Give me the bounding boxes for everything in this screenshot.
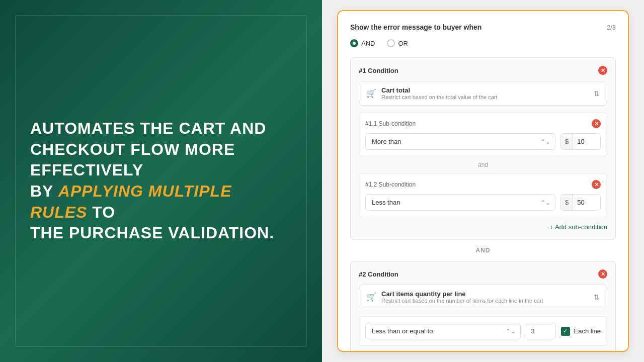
add-sub-condition-wrapper: + Add sub-condition [359,222,607,231]
cart-icon-1: 🛒 [366,88,376,98]
condition-1-type-name: Cart total [381,86,589,94]
sub-condition-1-1-close-button[interactable]: ✕ [592,119,601,128]
sub-condition-1-1-header: #1.1 Sub-condition ✕ [365,119,601,128]
sub-condition-2-1-operator-wrapper: More than Less than Equal to Less than o… [365,323,521,339]
sub-condition-1-1-value-wrapper: $ [560,133,601,150]
condition-2-type-text: Cart items quantity per line Restrict ca… [381,290,589,304]
sub-condition-2-1-row: More than Less than Equal to Less than o… [365,323,601,339]
condition-1-title: #1 Condition [359,67,398,74]
condition-2-close-button[interactable]: ✕ [598,269,607,279]
and-radio[interactable] [350,39,358,47]
sub-condition-2-1-value-input[interactable] [526,323,556,339]
hero-line1: AUTOMATES THE CART AND [30,119,266,137]
condition-2-header: #2 Condition ✕ [359,269,607,279]
hero-text: AUTOMATES THE CART AND CHECKOUT FLOW MOR… [30,118,292,244]
condition-1-chevron-icon: ⇅ [594,89,600,98]
and-label: AND [361,40,375,47]
condition-2-type-name: Cart items quantity per line [381,290,589,298]
condition-1-type-selector[interactable]: 🛒 Cart total Restrict cart based on the … [359,81,607,106]
logic-radio-group: AND OR [350,39,616,47]
condition-2-title: #2 Condition [359,270,398,278]
right-panel: Show the error message to buyer when 2/3… [322,0,644,362]
condition-2-block: #2 Condition ✕ 🛒 Cart items quantity per… [350,261,616,352]
currency-symbol-1-2: $ [561,195,573,210]
sub-condition-2-1-block: More than Less than Equal to Less than o… [359,316,607,346]
sub-condition-1-1-operator-wrapper: More than Less than Equal to Less than o… [365,133,555,150]
condition-1-close-button[interactable]: ✕ [598,66,607,75]
card: Show the error message to buyer when 2/3… [337,10,629,352]
sub-condition-1-2-operator-select[interactable]: More than Less than Equal to Less than o… [365,194,555,211]
condition-1-type-desc: Restrict cart based on the total value o… [381,94,589,100]
hero-highlight: APPLYING MULTIPLE RULES [30,182,231,221]
left-panel: AUTOMATES THE CART AND CHECKOUT FLOW MOR… [0,0,322,362]
sub-condition-1-2-header: #1.2 Sub-condition ✕ [365,180,601,189]
and-separator: AND [350,247,616,254]
sub-condition-1-2-value-wrapper: $ [560,194,601,211]
hero-line2: CHECKOUT FLOW MORE EFFECTIVELY [30,140,235,179]
condition-1-type-text: Cart total Restrict cart based on the to… [381,86,589,100]
each-line-checkbox-row: ✓ Each line [561,327,601,336]
hero-line3-before: BY [30,182,58,200]
card-title: Show the error message to buyer when [350,23,481,31]
sub-condition-1-1-value-input[interactable] [573,134,598,149]
sub-condition-1-2-value-input[interactable] [573,195,598,210]
sub-condition-1-1-row: More than Less than Equal to Less than o… [365,133,601,150]
card-header: Show the error message to buyer when 2/3 [350,23,616,31]
currency-symbol-1-1: $ [561,134,573,149]
each-line-label: Each line [574,327,601,335]
sub-condition-1-2-operator-wrapper: More than Less than Equal to Less than o… [365,194,555,211]
condition-2-type-desc: Restrict cart based on the number of ite… [381,298,589,304]
sub-condition-2-1-operator-select[interactable]: More than Less than Equal to Less than o… [365,323,521,339]
sub-condition-1-1-title: #1.1 Sub-condition [365,120,416,127]
sub-condition-1-2-title: #1.2 Sub-condition [365,181,416,188]
sub-condition-1-1-operator-select[interactable]: More than Less than Equal to Less than o… [365,133,555,150]
sub-condition-1-1-block: #1.1 Sub-condition ✕ More than Less than… [359,113,607,156]
condition-1-block: #1 Condition ✕ 🛒 Cart total Restrict car… [350,57,616,240]
condition-2-type-selector[interactable]: 🛒 Cart items quantity per line Restrict … [359,285,607,309]
each-line-checkbox[interactable]: ✓ [561,327,570,336]
sub-condition-1-2-block: #1.2 Sub-condition ✕ More than Less than… [359,173,607,217]
and-connector: and [359,161,607,168]
condition-2-chevron-icon: ⇅ [594,293,600,301]
or-radio-label[interactable]: OR [387,39,408,47]
add-sub-condition-button[interactable]: + Add sub-condition [549,223,607,231]
cart-icon-2: 🛒 [366,292,376,302]
sub-condition-1-2-row: More than Less than Equal to Less than o… [365,194,601,211]
condition-1-header: #1 Condition ✕ [359,66,607,75]
hero-line4: THE PURCHASE VALIDATION. [30,224,274,242]
or-radio[interactable] [387,39,395,47]
or-label: OR [398,40,408,47]
hero-line3-after: TO [87,203,115,221]
sub-condition-1-2-close-button[interactable]: ✕ [592,180,601,189]
and-radio-label[interactable]: AND [350,39,375,47]
card-step: 2/3 [607,24,616,31]
